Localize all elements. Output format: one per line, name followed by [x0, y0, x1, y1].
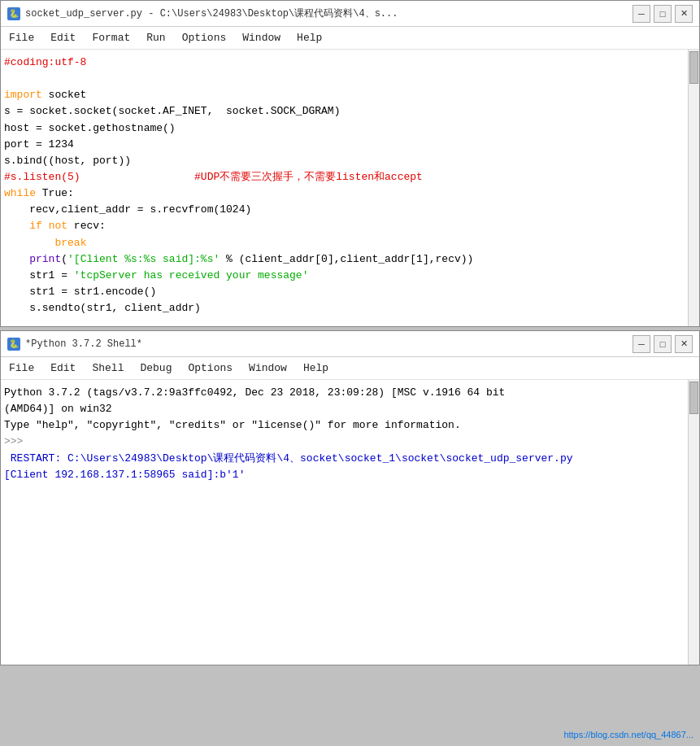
- code-editor[interactable]: #coding:utf-8 import socket s = socket.s…: [1, 50, 699, 326]
- shell-scrollbar[interactable]: [688, 380, 699, 665]
- code-line-8: #s.listen(5) #UDP不需要三次握手，不需要listen和accep…: [4, 169, 696, 185]
- editor-title-left: 🐍 socket_udp_server.py - C:\Users\24983\…: [7, 7, 398, 20]
- shell-window-controls: ─ □ ✕: [633, 335, 693, 353]
- editor-maximize-button[interactable]: □: [654, 5, 672, 23]
- shell-title-text: *Python 3.7.2 Shell*: [25, 338, 142, 350]
- shell-restart-line: RESTART: C:\Users\24983\Desktop\课程代码资料\4…: [4, 451, 696, 467]
- shell-menu-debug[interactable]: Debug: [132, 359, 180, 377]
- code-line-12: break: [4, 235, 696, 251]
- editor-scrollbar-thumb[interactable]: [689, 51, 698, 84]
- shell-maximize-button[interactable]: □: [654, 335, 672, 353]
- shell-menu-window[interactable]: Window: [241, 359, 295, 377]
- editor-title-bar: 🐍 socket_udp_server.py - C:\Users\24983\…: [1, 1, 699, 27]
- code-normal-3: socket: [42, 89, 87, 101]
- code-line-16: s.sendto(str1, client_addr): [4, 300, 696, 316]
- code-line-5: host = socket.gethostname(): [4, 120, 696, 137]
- editor-minimize-button[interactable]: ─: [633, 5, 650, 23]
- shell-line-3: Type "help", "copyright", "credits" or "…: [4, 417, 696, 434]
- code-str-13: '[Client %s:%s said]:%s': [67, 253, 220, 265]
- code-line-2: [4, 71, 696, 87]
- code-normal-9: True:: [36, 187, 74, 199]
- shell-scrollbar-thumb[interactable]: [689, 382, 698, 414]
- editor-window: 🐍 socket_udp_server.py - C:\Users\24983\…: [0, 0, 700, 327]
- code-indent-11: [4, 220, 29, 232]
- code-line-4: s = socket.socket(socket.AF_INET, socket…: [4, 103, 696, 120]
- code-print-rest: % (client_addr[0],client_addr[1],recv)): [220, 253, 473, 265]
- shell-type-help: Type "help", "copyright", "credits" or "…: [4, 419, 461, 431]
- menu-options[interactable]: Options: [174, 28, 235, 47]
- code-indent-12: [4, 237, 54, 249]
- code-line-10: recv,client_addr = s.recvfrom(1024): [4, 202, 696, 218]
- shell-menu-shell[interactable]: Shell: [84, 359, 132, 377]
- menu-file[interactable]: File: [1, 28, 42, 47]
- editor-close-button[interactable]: ✕: [675, 5, 693, 23]
- shell-menu-options[interactable]: Options: [180, 359, 241, 377]
- code-indent-14: str1 =: [4, 269, 67, 281]
- shell-menu-help[interactable]: Help: [295, 359, 337, 377]
- code-sp-11: [42, 220, 49, 232]
- shell-line-2: (AMD64)] on win32: [4, 401, 696, 417]
- code-line-15: str1 = str1.encode(): [4, 284, 696, 300]
- editor-window-controls: ─ □ ✕: [633, 5, 693, 23]
- code-line-3: import socket: [4, 87, 696, 103]
- shell-title-left: 🐍 *Python 3.7.2 Shell*: [7, 338, 142, 351]
- menu-run[interactable]: Run: [138, 28, 173, 47]
- code-normal-5: host = socket.gethostname(): [4, 122, 176, 134]
- shell-prompt: >>>: [4, 435, 23, 447]
- shell-title-bar: 🐍 *Python 3.7.2 Shell* ─ □ ✕: [1, 331, 699, 357]
- code-indent-13: [4, 253, 29, 265]
- kw-while: while: [4, 187, 36, 199]
- shell-menu-edit[interactable]: Edit: [42, 359, 84, 377]
- menu-edit[interactable]: Edit: [42, 28, 84, 47]
- code-line-7: s.bind((host, port)): [4, 153, 696, 169]
- shell-menu-bar: File Edit Shell Debug Options Window Hel…: [1, 357, 699, 380]
- code-line-9: while True:: [4, 185, 696, 202]
- shell-line-6: [Client 192.168.137.1:58965 said]:b'1': [4, 467, 696, 483]
- code-line-1: #coding:utf-8: [4, 55, 696, 71]
- shell-amd64: (AMD64)] on win32: [4, 403, 112, 415]
- code-print-paren: (: [61, 253, 67, 265]
- shell-client-said: [Client 192.168.137.1:58965 said]:b'1': [4, 469, 245, 481]
- editor-title-text: socket_udp_server.py - C:\Users\24983\De…: [25, 7, 398, 20]
- code-normal-16: s.sendto(str1, client_addr): [4, 302, 201, 314]
- shell-minimize-button[interactable]: ─: [633, 335, 650, 353]
- shell-window: 🐍 *Python 3.7.2 Shell* ─ □ ✕ File Edit S…: [0, 330, 700, 665]
- menu-window[interactable]: Window: [234, 28, 289, 47]
- code-line-14: str1 = 'tcpServer has received your mess…: [4, 268, 696, 284]
- code-comment-listen: #s.listen(5) #UDP不需要三次握手，不需要listen和accep…: [4, 171, 423, 183]
- code-normal-10: recv,client_addr = s.recvfrom(1024): [4, 203, 251, 216]
- code-normal-6: port = 1234: [4, 138, 74, 151]
- restart-label: RESTART: C:\Users\24983\Desktop\课程代码资料\4…: [4, 452, 573, 465]
- code-normal-7: s.bind((host, port)): [4, 155, 131, 167]
- editor-icon: 🐍: [7, 7, 20, 20]
- shell-icon: 🐍: [7, 338, 20, 351]
- code-normal-4: s = socket.socket(socket.AF_INET, socket…: [4, 105, 340, 117]
- code-line-13: print('[Client %s:%s said]:%s' % (client…: [4, 251, 696, 268]
- editor-menu-bar: File Edit Format Run Options Window Help: [1, 27, 699, 50]
- shell-close-button[interactable]: ✕: [675, 335, 693, 353]
- shell-output[interactable]: Python 3.7.2 (tags/v3.7.2:9a3ffc0492, De…: [1, 380, 699, 665]
- shell-menu-file[interactable]: File: [1, 359, 42, 377]
- kw-print: print: [29, 253, 61, 265]
- shell-line-4: >>>: [4, 434, 696, 450]
- code-comment-coding: #coding:utf-8: [4, 56, 86, 68]
- kw-break: break: [54, 237, 86, 249]
- kw-not: not: [49, 220, 67, 232]
- menu-format[interactable]: Format: [84, 28, 138, 47]
- watermark: https://blog.csdn.net/qq_44867...: [563, 730, 693, 739]
- editor-scrollbar[interactable]: [688, 50, 699, 326]
- code-str-14: 'tcpServer has received your message': [67, 269, 308, 281]
- code-normal-15: str1 = str1.encode(): [4, 286, 156, 298]
- kw-import: import: [4, 89, 42, 101]
- shell-line-1: Python 3.7.2 (tags/v3.7.2:9a3ffc0492, De…: [4, 385, 696, 401]
- shell-python-version: Python 3.7.2 (tags/v3.7.2:9a3ffc0492, De…: [4, 386, 505, 399]
- code-line-6: port = 1234: [4, 137, 696, 153]
- menu-help[interactable]: Help: [289, 28, 330, 47]
- code-line-11: if not recv:: [4, 218, 696, 234]
- code-recv-11: recv:: [67, 220, 106, 232]
- kw-if: if: [29, 220, 42, 232]
